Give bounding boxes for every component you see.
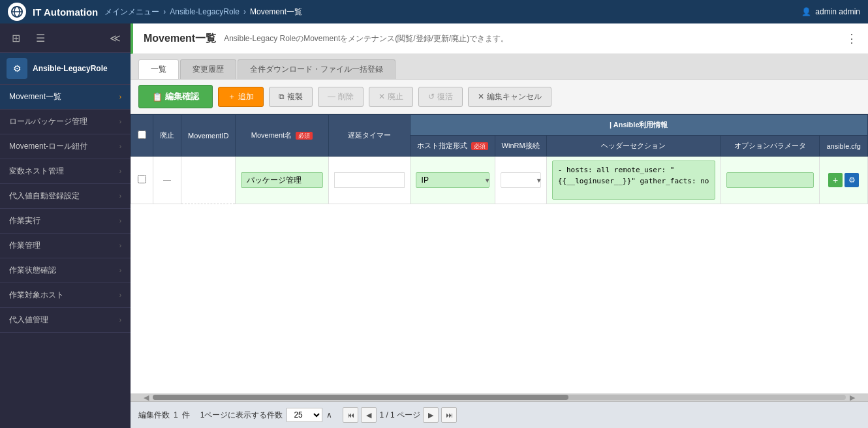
username: admin admin	[815, 7, 860, 16]
plus-icon: ＋	[228, 91, 236, 102]
breadcrumb-item-1[interactable]: Ansible-LegacyRole	[170, 7, 240, 16]
sidebar-item-movement[interactable]: Movement一覧 ›	[0, 85, 131, 110]
scroll-right-arrow[interactable]: ▶	[850, 393, 855, 402]
select-all-checkbox[interactable]	[138, 130, 146, 139]
header-ansible-cfg: ansible.cfg	[820, 136, 868, 157]
restore-icon: ↺	[428, 92, 435, 101]
disable-label: 廃止	[388, 91, 403, 102]
page-description: Ansible-Legacy RoleのMovementをメンテナンス(閲覧/登…	[224, 33, 508, 44]
option-param-input[interactable]	[726, 172, 814, 188]
collapse-icon[interactable]: ≪	[106, 29, 124, 47]
grid-icon[interactable]: ⊞	[7, 29, 25, 47]
row-movement-name-cell	[236, 157, 328, 204]
app-title: IT Automation	[33, 7, 98, 18]
header-section-content[interactable]: - hosts: all remote_user: "{{__loginuser…	[552, 160, 715, 200]
chevron-icon-5: ›	[119, 217, 121, 224]
table-container[interactable]: 廃止 MovementID Movement名 必須 遅延タイマー | Ansi…	[131, 114, 868, 393]
add-label: 追加	[238, 91, 254, 102]
list-icon[interactable]: ☰	[31, 29, 50, 47]
header-left: IT Automation メインメニュー › Ansible-LegacyRo…	[8, 3, 302, 21]
row-delay-timer-cell	[328, 157, 410, 204]
scroll-left-arrow[interactable]: ◀	[144, 393, 149, 402]
sidebar-item-label-9: 代入値管理	[9, 314, 48, 326]
chevron-icon-1: ›	[119, 118, 121, 125]
movement-name-input[interactable]	[241, 172, 322, 188]
header-header-section: ヘッダーセクション	[546, 136, 721, 157]
restore-button[interactable]: ↺ 復活	[418, 87, 463, 107]
ansible-cfg-add-button[interactable]: +	[828, 173, 843, 187]
page-prev-button[interactable]: ◀	[361, 407, 377, 423]
sidebar-item-work-status[interactable]: 作業状態確認 ›	[0, 258, 131, 283]
page-total: 1	[390, 410, 395, 420]
row-host-format-cell: IP FQDN ▼	[410, 157, 495, 204]
copy-button[interactable]: ⧉ 複製	[269, 87, 313, 107]
page-next-button[interactable]: ▶	[423, 407, 439, 423]
add-button[interactable]: ＋ 追加	[218, 87, 264, 107]
content-area: Movement一覧 Ansible-Legacy RoleのMovementを…	[131, 23, 868, 428]
page-last-button[interactable]: ⏭	[441, 407, 457, 423]
row-ansible-cfg-cell: + ⚙	[820, 157, 868, 204]
disable-icon: ✕	[379, 92, 385, 101]
scrollbar-thumb	[153, 395, 568, 400]
sidebar-item-movement-role[interactable]: Movement-ロール紐付 ›	[0, 134, 131, 159]
cancel-button[interactable]: ✕ 編集キャンセル	[468, 87, 551, 107]
page-title: Movement一覧	[144, 32, 216, 46]
tabs-container: 一覧 変更履歴 全件ダウンロード・ファイル一括登録	[131, 54, 868, 80]
chevron-icon-3: ›	[119, 168, 121, 175]
winrm-select[interactable]: yes	[501, 172, 541, 188]
tab-history[interactable]: 変更履歴	[180, 59, 236, 79]
sidebar-item-substitute[interactable]: 代入値管理 ›	[0, 308, 131, 333]
breadcrumb-sep-1: ›	[243, 7, 246, 16]
row-checkbox[interactable]	[138, 175, 146, 183]
ansible-cfg-gear-button[interactable]: ⚙	[845, 173, 859, 187]
delete-label: 削除	[338, 91, 354, 102]
sidebar-item-label-0: Movement一覧	[9, 91, 61, 102]
sidebar-top-icons: ⊞ ☰ ≪	[0, 23, 131, 53]
sidebar-item-execute[interactable]: 作業実行 ›	[0, 209, 131, 234]
sidebar-item-label-8: 作業対象ホスト	[9, 290, 64, 301]
page-first-button[interactable]: ⏮	[343, 407, 358, 423]
sidebar-item-role-pkg[interactable]: ロールパッケージ管理 ›	[0, 110, 131, 134]
user-icon: 👤	[801, 7, 811, 16]
footer: 編集件数 1 件 1ページに表示する件数 25 50 100 ∧ ⏮ ◀ 1 /	[131, 401, 868, 428]
delay-timer-input[interactable]	[334, 172, 405, 188]
more-options-icon[interactable]: ⋮	[846, 31, 858, 46]
sidebar-item-label-7: 作業状態確認	[9, 265, 56, 276]
horizontal-scrollbar[interactable]: ◀ ▶	[131, 393, 868, 401]
header-movement-name: Movement名 必須	[236, 115, 328, 157]
disable-button[interactable]: ✕ 廃止	[369, 87, 413, 107]
row-option-param-cell	[721, 157, 820, 204]
scrollbar-track[interactable]	[153, 395, 846, 400]
page-size-select[interactable]: 25 50 100	[287, 408, 322, 422]
tab-download[interactable]: 全件ダウンロード・ファイル一括登録	[238, 59, 395, 79]
minus-icon: —	[328, 92, 335, 101]
row-winrm-cell: yes ▼	[495, 157, 546, 204]
delete-button[interactable]: — 削除	[318, 87, 364, 107]
row-movement-id	[181, 157, 236, 204]
sidebar-item-work-mgmt[interactable]: 作業管理 ›	[0, 234, 131, 258]
confirm-button[interactable]: 📋 編集確認	[138, 85, 213, 108]
chevron-icon-8: ›	[119, 292, 121, 299]
header-delay-timer: 遅延タイマー	[328, 115, 410, 157]
row-header-section-cell: - hosts: all remote_user: "{{__loginuser…	[546, 157, 721, 204]
copy-icon: ⧉	[279, 92, 285, 101]
action-buttons: + ⚙	[825, 173, 862, 187]
copy-label: 複製	[287, 91, 303, 102]
user-info: 👤 admin admin	[801, 7, 860, 16]
breadcrumb-sep-0: ›	[163, 7, 166, 16]
sidebar-item-label-5: 作業実行	[9, 215, 40, 226]
host-format-select[interactable]: IP FQDN	[416, 172, 489, 188]
confirm-icon: 📋	[152, 92, 163, 102]
sidebar-item-var-nest[interactable]: 変数ネスト管理 ›	[0, 159, 131, 184]
chevron-icon-4: ›	[119, 192, 121, 200]
confirm-label: 編集確認	[165, 91, 199, 102]
edit-count-label: 編集件数	[138, 410, 170, 421]
breadcrumb-item-0[interactable]: メインメニュー	[104, 7, 159, 18]
sidebar-item-label-1: ロールパッケージ管理	[9, 116, 87, 127]
tab-list[interactable]: 一覧	[138, 59, 179, 79]
sidebar-item-auto-reg[interactable]: 代入値自動登録設定 ›	[0, 184, 131, 209]
required-badge-name: 必須	[296, 132, 313, 140]
chevron-icon-7: ›	[119, 267, 121, 274]
header-checkbox	[131, 115, 153, 157]
sidebar-item-work-host[interactable]: 作業対象ホスト ›	[0, 283, 131, 308]
